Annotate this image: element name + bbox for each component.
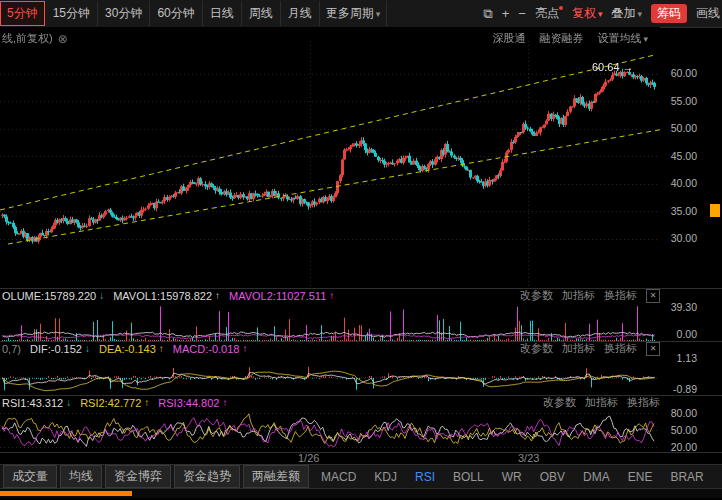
rsi-panel-controls: 改参数 加指标 换指标	[543, 395, 660, 410]
arrow-up-icon: ↑	[215, 290, 220, 301]
macd-canvas[interactable]	[0, 356, 660, 395]
indicator-tab-brar[interactable]: BRAR	[661, 468, 712, 486]
period-tab-5min[interactable]: 5分钟	[0, 1, 45, 26]
period-tab-15min[interactable]: 15分钟	[46, 1, 98, 26]
view-tab-ma[interactable]: 均线	[60, 465, 102, 488]
price-annotation: 60.64 →	[592, 61, 634, 73]
rsi-canvas[interactable]	[0, 410, 660, 452]
annotation-value: 60.64	[592, 61, 620, 73]
highlights-button[interactable]: 亮点	[535, 5, 563, 22]
add-indicator-link[interactable]: 加指标	[585, 395, 618, 410]
indicator-tab-obv[interactable]: OBV	[531, 468, 574, 486]
volume-max-tick: 39.30	[671, 301, 697, 313]
more-periods-dropdown[interactable]: 更多周期▾	[320, 1, 388, 26]
add-indicator-link[interactable]: 加指标	[562, 341, 595, 356]
set-ma-dropdown[interactable]: 设置均线▾	[597, 31, 648, 46]
arrow-right-icon: →	[623, 61, 634, 73]
period-tab-day[interactable]: 日线	[203, 1, 242, 26]
chart-links: 深股通 融资融券 设置均线▾	[492, 31, 648, 46]
indicator-tab-cci[interactable]: CCI	[713, 468, 722, 486]
change-params-link[interactable]: 改参数	[520, 341, 553, 356]
switch-indicator-link[interactable]: 换指标	[604, 288, 637, 303]
view-tab-funds-trend[interactable]: 资金趋势	[174, 465, 240, 488]
macd-params: 0,7)	[2, 343, 21, 355]
close-panel-button[interactable]: ✕	[646, 289, 660, 303]
adjust-price-dropdown[interactable]: 复权▾	[572, 5, 603, 22]
dea-value: DEA:-0.143	[99, 343, 156, 355]
indicator-tab-wr[interactable]: WR	[493, 468, 531, 486]
mavol1-value: MAVOL1:15978.822	[113, 290, 212, 302]
change-params-link[interactable]: 改参数	[520, 288, 553, 303]
macd-max-tick: 1.13	[677, 352, 697, 364]
indicator-tab-kdj[interactable]: KDJ	[365, 468, 406, 486]
main-chart-canvas[interactable]	[0, 27, 660, 288]
export-icon[interactable]: ⧉	[483, 6, 492, 22]
h-scrollbar-thumb[interactable]	[0, 491, 132, 496]
margin-trading-link[interactable]: 融资融券	[539, 31, 583, 46]
switch-indicator-link[interactable]: 换指标	[627, 395, 660, 410]
macd-panel-header: 0,7) DIF:-0.152 ↓ DEA:-0.143 ↑ MACD:-0.0…	[0, 341, 660, 356]
period-tab-30min[interactable]: 30分钟	[98, 1, 150, 26]
shenzhen-connect-link[interactable]: 深股通	[492, 31, 525, 46]
rsi1-value: RSI1:43.312	[2, 397, 63, 409]
arrow-up-icon: ↑	[242, 343, 247, 354]
indicator-tab-ene[interactable]: ENE	[619, 468, 662, 486]
v-scrollbar-thumb[interactable]	[710, 204, 720, 217]
period-tab-week[interactable]: 周线	[242, 1, 281, 26]
indicator-tab-dma[interactable]: DMA	[574, 468, 619, 486]
highlights-label: 亮点	[535, 6, 559, 20]
rsi-tick-80: 80.00	[671, 407, 697, 419]
dif-value: DIF:-0.152	[30, 343, 82, 355]
y-tick-55: 55.00	[671, 95, 697, 107]
indicator-tab-boll[interactable]: BOLL	[444, 468, 493, 486]
x-axis-date: 3/23	[518, 452, 539, 464]
more-periods-label: 更多周期	[326, 6, 374, 20]
macd-min-tick: -0.89	[673, 383, 697, 395]
chevron-down-icon: ▾	[376, 9, 381, 19]
change-params-link[interactable]: 改参数	[543, 395, 576, 410]
close-panel-button[interactable]: ✕	[646, 342, 660, 356]
rsi-panel-header: RSI1:43.312 ↓ RSI2:42.772 ↑ RSI3:44.802 …	[0, 395, 660, 410]
chart-legend: 线,前复权) ⊗	[2, 31, 68, 46]
macd-value: MACD:-0.018	[173, 343, 240, 355]
view-tab-margin-diff[interactable]: 两融差额	[243, 465, 309, 488]
period-tab-60min[interactable]: 60分钟	[150, 1, 202, 26]
stock-chart-app: 5分钟 15分钟 30分钟 60分钟 日线 周线 月线 更多周期▾ ⧉ + − …	[0, 0, 722, 500]
indicator-tabbar: 成交量 均线 资金博弈 资金趋势 两融差额 MACD KDJ RSI BOLL …	[0, 464, 722, 489]
remove-overlay-icon[interactable]: ⊗	[58, 32, 68, 46]
indicator-tab-macd[interactable]: MACD	[312, 468, 365, 486]
volume-canvas[interactable]	[0, 303, 660, 341]
toolbar-right-group: ⧉ + − 亮点 复权▾ 叠加▾ 筹码 画线	[483, 4, 722, 23]
rsi-tick-50: 50.00	[671, 424, 697, 436]
arrow-up-icon: ↑	[144, 397, 149, 408]
chips-button[interactable]: 筹码	[651, 4, 687, 23]
y-tick-35: 35.00	[671, 205, 697, 217]
y-tick-60: 60.00	[671, 67, 697, 79]
rsi-tick-20: 20.00	[671, 441, 697, 453]
arrow-down-icon: ↓	[66, 397, 71, 408]
arrow-up-icon: ↑	[329, 290, 334, 301]
indicator-tab-rsi[interactable]: RSI	[406, 468, 444, 486]
volume-min-tick: 0.00	[677, 328, 697, 340]
period-tab-month[interactable]: 月线	[281, 1, 320, 26]
volume-panel-header: OLUME:15789.220 ↓ MAVOL1:15978.822 ↑ MAV…	[0, 288, 660, 303]
arrow-down-icon: ↓	[99, 290, 104, 301]
zoom-out-icon[interactable]: −	[518, 6, 526, 21]
x-axis-date: 1/26	[298, 452, 319, 464]
draw-line-button[interactable]: 画线	[696, 5, 720, 22]
view-tab-funds-game[interactable]: 资金博弈	[105, 465, 171, 488]
chart-legend-label: 线,前复权)	[2, 31, 53, 46]
y-tick-30: 30.00	[671, 232, 697, 244]
add-indicator-link[interactable]: 加指标	[562, 288, 595, 303]
overlay-label: 叠加	[611, 6, 635, 20]
y-tick-45: 45.00	[671, 150, 697, 162]
rsi3-value: RSI3:44.802	[158, 397, 219, 409]
overlay-dropdown[interactable]: 叠加▾	[611, 5, 642, 22]
volume-panel-controls: 改参数 加指标 换指标 ✕	[520, 288, 660, 303]
switch-indicator-link[interactable]: 换指标	[604, 341, 637, 356]
arrow-down-icon: ↓	[85, 343, 90, 354]
y-tick-50: 50.00	[671, 122, 697, 134]
zoom-in-icon[interactable]: +	[502, 6, 510, 21]
view-tab-volume[interactable]: 成交量	[3, 465, 57, 488]
red-dot-badge	[559, 6, 563, 10]
